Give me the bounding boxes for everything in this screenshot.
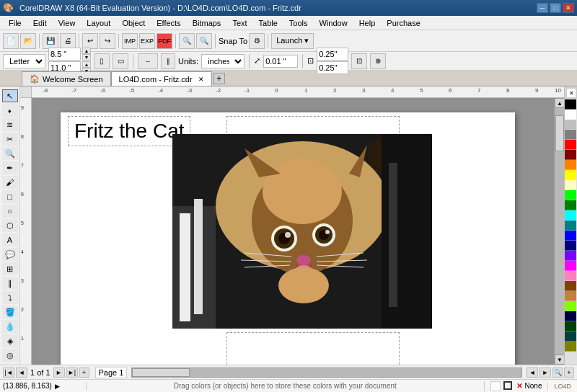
add-page-btn[interactable]: ⊕ xyxy=(370,53,386,69)
width-input[interactable] xyxy=(48,48,81,61)
prev-page-button[interactable]: ◄ xyxy=(16,368,27,378)
color-tan[interactable] xyxy=(565,291,576,301)
undo-button[interactable]: ↩ xyxy=(82,33,98,49)
crop-btn[interactable]: ⊡ xyxy=(351,53,367,69)
color-lightyellow[interactable] xyxy=(565,180,576,190)
zoom-in-button[interactable]: 🔍 xyxy=(196,33,212,49)
next-page-button[interactable]: ► xyxy=(53,368,65,378)
connector-tool[interactable]: ⤵ xyxy=(2,291,18,304)
color-lightgray[interactable] xyxy=(565,120,576,130)
scroll-right-button[interactable]: ► xyxy=(539,368,551,378)
interactive-fill[interactable]: ◈ xyxy=(2,334,18,347)
width-dec[interactable]: ▼ xyxy=(82,54,91,61)
paper-size-select[interactable]: Letter xyxy=(3,54,45,68)
width-inc[interactable]: ▲ xyxy=(82,48,91,54)
stroke-swatch[interactable] xyxy=(503,381,512,390)
color-forest[interactable] xyxy=(565,321,576,331)
print-button[interactable]: 🖨 xyxy=(60,33,76,49)
scroll-track[interactable] xyxy=(555,108,564,355)
no-color-swatch[interactable]: ✕ xyxy=(565,87,577,99)
margin-h-input[interactable] xyxy=(317,61,348,74)
units-btn[interactable]: ∥ xyxy=(161,53,175,69)
color-olive[interactable] xyxy=(565,342,576,352)
smear-tool[interactable]: ≋ xyxy=(2,118,18,131)
color-orange[interactable] xyxy=(565,160,576,170)
canvas-container[interactable]: -8 -7 -6 -5 -4 -3 -2 -1 0 1 2 3 4 5 6 7 xyxy=(20,86,564,365)
zoom-out-nav[interactable]: 🔍 xyxy=(552,368,563,378)
color-brown[interactable] xyxy=(565,281,576,291)
color-black[interactable] xyxy=(565,99,576,110)
landscape-btn[interactable]: ▭ xyxy=(113,53,128,69)
nudge-input[interactable] xyxy=(263,55,298,68)
menu-edit[interactable]: Edit xyxy=(27,17,53,29)
open-button[interactable]: 📂 xyxy=(20,33,36,49)
color-purple[interactable] xyxy=(565,251,576,261)
menu-bitmaps[interactable]: Bitmaps xyxy=(187,17,227,29)
color-darkcyan[interactable] xyxy=(565,220,576,231)
pdf-button[interactable]: PDF xyxy=(157,33,172,49)
first-page-button[interactable]: |◄ xyxy=(3,368,14,378)
height-inc[interactable]: ▲ xyxy=(82,61,91,68)
menu-file[interactable]: File xyxy=(3,17,27,29)
menu-help[interactable]: Help xyxy=(353,17,382,29)
scroll-thumb[interactable] xyxy=(555,115,564,151)
snap-settings[interactable]: ⚙ xyxy=(249,33,265,49)
shape-tool[interactable]: ⬧ xyxy=(2,104,18,117)
rect-tool[interactable]: □ xyxy=(2,190,18,203)
resize-btn[interactable]: ↔ xyxy=(138,53,158,69)
redo-button[interactable]: ↪ xyxy=(100,33,115,49)
units-select[interactable]: inches xyxy=(201,54,245,68)
color-green[interactable] xyxy=(565,190,576,200)
polygon-tool[interactable]: ⬡ xyxy=(2,219,18,232)
tab-welcome[interactable]: 🏠 Welcome Screen xyxy=(22,71,111,86)
zoom-tool[interactable]: 🔍 xyxy=(2,147,18,160)
color-darkblue[interactable] xyxy=(565,241,576,251)
color-darkgreen[interactable] xyxy=(565,200,576,210)
horizontal-scrollbar[interactable] xyxy=(131,368,522,378)
parallel-tool[interactable]: ∥ xyxy=(2,277,18,290)
import-button[interactable]: IMP xyxy=(122,33,138,49)
color-blue[interactable] xyxy=(565,231,576,241)
menu-object[interactable]: Object xyxy=(116,17,151,29)
launch-button[interactable]: Launch ▾ xyxy=(271,33,314,49)
zoom-in-nav[interactable]: + xyxy=(564,368,574,378)
color-magenta[interactable] xyxy=(565,261,576,271)
scroll-down-button[interactable]: ▼ xyxy=(555,355,564,365)
expand-icon[interactable]: ▶ xyxy=(55,383,60,390)
maximize-button[interactable]: □ xyxy=(550,3,561,13)
margin-w-input[interactable] xyxy=(317,48,348,61)
color-cyan[interactable] xyxy=(565,210,576,220)
tab-fritz[interactable]: LO4D.com - Fritz.cdr ✕ xyxy=(111,71,212,86)
fill-tool[interactable]: 🪣 xyxy=(2,306,18,318)
color-navy[interactable] xyxy=(565,311,576,321)
transparency-tool[interactable]: ◎ xyxy=(2,349,18,362)
color-teal[interactable] xyxy=(565,331,576,342)
color-darkred[interactable] xyxy=(565,150,576,160)
tab-close-icon[interactable]: ✕ xyxy=(198,76,204,83)
export-button[interactable]: EXP xyxy=(139,33,155,49)
artistic-tool[interactable]: 🖌 xyxy=(2,176,18,189)
menu-effects[interactable]: Effects xyxy=(151,17,186,29)
callout-tool[interactable]: 💬 xyxy=(2,248,18,261)
text-tool[interactable]: A xyxy=(2,233,18,246)
menu-window[interactable]: Window xyxy=(314,17,353,29)
portrait-btn[interactable]: ▯ xyxy=(94,53,110,69)
zoom-out-button[interactable]: 🔍 xyxy=(179,33,195,49)
minimize-button[interactable]: ─ xyxy=(537,3,548,13)
color-lime[interactable] xyxy=(565,301,576,311)
color-pink[interactable] xyxy=(565,271,576,281)
save-button[interactable]: 💾 xyxy=(43,33,58,49)
scroll-up-button[interactable]: ▲ xyxy=(555,98,564,108)
menu-tools[interactable]: Tools xyxy=(283,17,314,29)
menu-layout[interactable]: Layout xyxy=(81,17,116,29)
cat-image[interactable] xyxy=(172,134,432,329)
menu-purchase[interactable]: Purchase xyxy=(381,17,426,29)
menu-table[interactable]: Table xyxy=(253,17,283,29)
crop-tool[interactable]: ✂ xyxy=(2,133,18,146)
color-gray[interactable] xyxy=(565,130,576,140)
select-tool[interactable]: ↖ xyxy=(2,89,18,102)
color-yellow[interactable] xyxy=(565,170,576,180)
close-button[interactable]: ✕ xyxy=(563,3,574,13)
page-label[interactable]: Page 1 xyxy=(95,367,128,378)
new-button[interactable]: 📄 xyxy=(3,33,19,49)
